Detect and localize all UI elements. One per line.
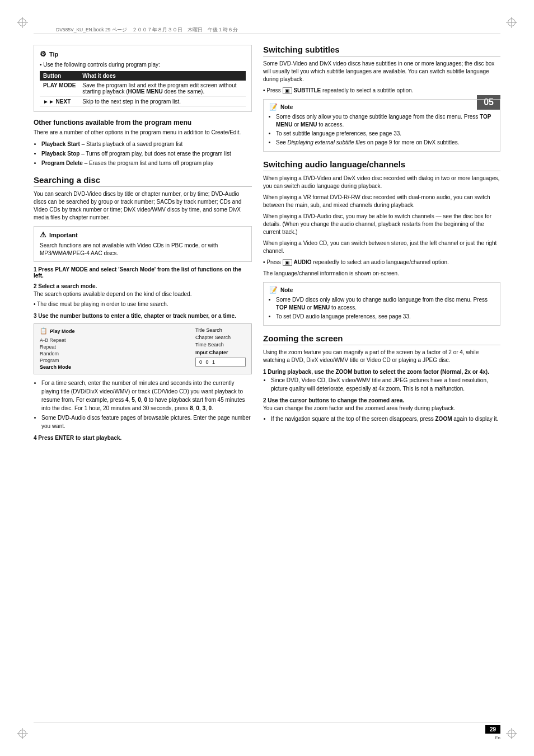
reg-mark-tl [17,17,28,28]
pm-item-repeat: Repeat [40,344,190,350]
note-list: Some discs only allow you to change subt… [276,113,494,147]
switching-subtitles-section: Switching subtitles Some DVD-Video and D… [263,45,500,152]
note-header: 📝 Note [269,103,494,111]
play-mode-label: Play Mode [50,328,75,334]
pm-item-program: Program [40,357,190,364]
page-number: 29 [485,725,500,734]
step3-bullets: For a time search, enter the number of m… [41,379,252,430]
audio-para-1: When playing a DVD-Video and DivX video … [263,175,500,190]
pm-title-search: Title Search [195,327,246,333]
list-item: Playback Stop – Turns off program play, … [41,149,252,158]
audio-note-box: 📝 Note Some DVD discs only allow you to … [263,282,500,326]
switching-audio-section: Switching audio language/channels When p… [263,159,500,326]
zooming-intro: Using the zoom feature you can magnify a… [263,349,500,364]
list-item: Program Delete – Erases the program list… [41,159,252,167]
subtitle-note-box: 📝 Note Some discs only allow you to chan… [263,99,500,152]
zoom-step2-heading: 2 Use the cursor buttons to change the z… [263,397,500,403]
important-box: ⚠ Important Search functions are not ava… [34,226,252,262]
switching-subtitles-heading: Switching subtitles [263,45,500,57]
play-mode-screenshot: 📋 Play Mode A-B Repeat Repeat Random Pro… [34,323,252,374]
reg-mark-tr [506,17,517,28]
list-item: See Displaying external subtitle files o… [276,139,494,147]
list-item: Some DVD-Audio discs feature pages of br… [41,414,252,430]
audio-para-3: When playing a DVD-Audio disc, you may b… [263,213,500,236]
col-button: Button [40,71,79,81]
left-column: ⚙ Tip • Use the following controls durin… [34,45,252,711]
input-digits: 0 0 1 [199,359,216,365]
list-item: Playback Start – Starts playback of a sa… [41,140,252,148]
subtitle-press-line: • Press ▣ SUBTITLE repeatedly to select … [263,87,500,95]
pm-item-search: Search Mode [40,364,190,370]
desc-next: Skip to the next step in the program lis… [79,97,246,107]
input-chapter-box: 0 0 1 [195,358,246,367]
tip-title: Tip [49,51,58,58]
table-row: ►► NEXT Skip to the next step in the pro… [40,97,246,107]
note-icon: 📝 [269,286,278,294]
step2-text: The search options available depend on t… [34,290,252,298]
important-title: Important [49,232,78,238]
step2-heading: 2 Select a search mode. [34,283,252,289]
audio-press-line: • Press ▣ AUDIO repeatedly to select an … [263,259,500,266]
header-text: DV585V_KU_EN.book 29 ページ ２００７年８月３０日 木曜日 … [56,27,238,34]
step4-heading: 4 Press ENTER to start playback. [34,435,252,441]
zoom-step2-text: You can change the zoom factor and the z… [263,405,500,412]
page-locale: En [495,735,500,740]
btn-next: ►► NEXT [40,97,79,107]
note-title: Note [280,104,293,110]
tip-intro: • Use the following controls during prog… [40,62,246,68]
main-content: ⚙ Tip • Use the following controls durin… [34,45,500,711]
other-functions-section: Other functions available from the progr… [34,119,252,167]
list-item: Some discs only allow you to change subt… [276,113,494,129]
tip-box: ⚙ Tip • Use the following controls durin… [34,45,252,112]
audio-note-list: Some DVD discs only allow you to change … [276,296,494,321]
important-header: ⚠ Important [40,231,246,239]
note-icon: 📝 [269,103,278,111]
pm-item-random: Random [40,350,190,357]
reg-mark-br [506,728,517,739]
play-mode-icon: 📋 [40,327,48,335]
step2-bullet: The disc must be playing in order to use… [34,300,252,308]
list-item: To set DVD audio language preferences, s… [276,313,494,321]
list-item: To set subtitle language preferences, se… [276,130,494,138]
list-item: For a time search, enter the number of m… [41,379,252,412]
audio-note-text: Some DVD discs only allow you to change … [269,296,494,321]
controls-table: Button What it does PLAY MODE Save the p… [40,71,246,107]
note-text: Some discs only allow you to change subt… [269,113,494,147]
other-functions-heading: Other functions available from the progr… [34,119,252,126]
step1-heading: 1 Press PLAY MODE and select 'Search Mod… [34,266,252,279]
switching-subtitles-intro: Some DVD-Video and DivX video discs have… [263,60,500,83]
list-item: Some DVD discs only allow you to change … [276,296,494,312]
zooming-heading: Zooming the screen [263,334,500,345]
audio-para-4: When playing a Video CD, you can switch … [263,240,500,255]
pm-time-search: Time Search [195,342,246,348]
zooming-section: Zooming the screen Using the zoom featur… [263,334,500,423]
play-mode-left: 📋 Play Mode A-B Repeat Repeat Random Pro… [40,327,190,370]
searching-intro: You can search DVD-Video discs by title … [34,190,252,222]
table-row: PLAY MODE Save the program list and exit… [40,81,246,97]
pm-item-ab: A-B Repeat [40,337,190,344]
important-icon: ⚠ [40,231,46,239]
other-functions-list: Playback Start – Starts playback of a sa… [41,140,252,167]
desc-playmode: Save the program list and exit the progr… [79,81,246,97]
play-mode-right: Title Search Chapter Search Time Search … [195,327,246,370]
audio-note-header: 📝 Note [269,286,494,294]
footer-rule [34,722,500,722]
pm-chapter-search: Chapter Search [195,335,246,340]
reg-mark-bl [17,728,28,739]
header-rule [34,34,500,34]
pm-input-label: Input Chapter [195,350,246,355]
audio-press-sub: The language/channel information is show… [263,270,500,278]
step3-heading: 3 Use the number buttons to enter a titl… [34,313,252,319]
btn-playmode: PLAY MODE [40,81,79,97]
col-what: What it does [79,71,246,81]
zoom-step2-bullets: If the navigation square at the top of t… [271,415,500,423]
tip-icon: ⚙ [40,50,46,58]
play-mode-title: 📋 Play Mode [40,327,190,335]
audio-para-2: When playing a VR format DVD-R/-RW disc … [263,194,500,209]
important-text: Search functions are not available with … [40,242,246,257]
switching-audio-heading: Switching audio language/channels [263,159,500,171]
other-functions-intro: There are a number of other options in t… [34,129,252,137]
list-item: If the navigation square at the top of t… [271,415,500,423]
right-column: Switching subtitles Some DVD-Video and D… [263,45,500,711]
audio-note-title: Note [280,287,293,293]
